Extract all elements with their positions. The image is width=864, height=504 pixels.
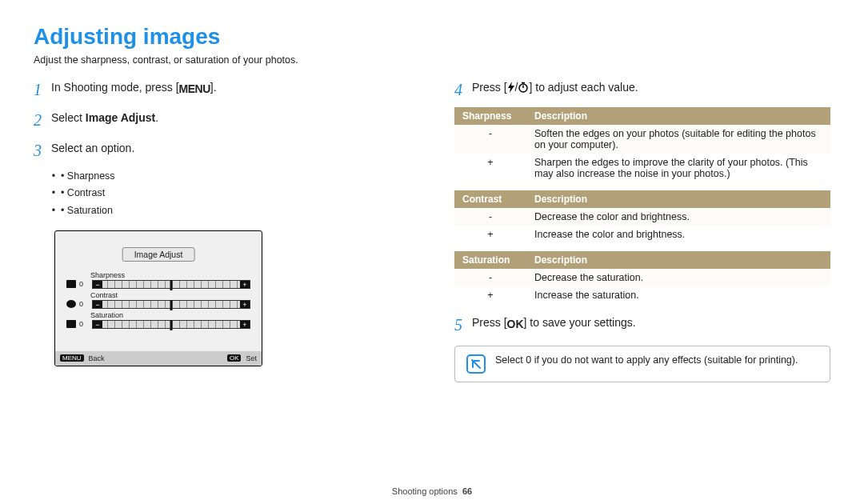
list-item: Saturation (61, 202, 410, 219)
step-text: In Shooting mode, press [ (51, 81, 179, 94)
page-title: Adjusting images (34, 24, 830, 50)
cell-desc: Decrease the saturation. (526, 269, 830, 286)
cell-desc: Soften the edges on your photos (suitabl… (526, 125, 830, 154)
cell-desc: Sharpen the edges to improve the clarity… (526, 154, 830, 182)
footer-section: Shooting options (392, 486, 458, 496)
table-row: +Increase the saturation. (454, 286, 830, 304)
list-item: Contrast (61, 185, 410, 202)
slider-label: Contrast (90, 291, 250, 299)
step-number: 2 (34, 107, 51, 133)
table-row: +Increase the color and brightness. (454, 226, 830, 243)
step-text: Select (51, 111, 86, 124)
table-header: Saturation (454, 251, 526, 269)
slider-label: Sharpness (90, 271, 250, 279)
table-header: Sharpness (454, 107, 526, 125)
table-row: -Decrease the saturation. (454, 269, 830, 286)
option-list: Sharpness Contrast Saturation (61, 168, 410, 219)
cell-desc: Increase the color and brightness. (526, 226, 830, 243)
sharpness-table: Sharpness Description -Soften the edges … (454, 107, 830, 182)
back-label: Back (89, 354, 105, 362)
cell-sign: - (454, 269, 526, 286)
left-column: 1 In Shooting mode, press [MENU]. 2 Sele… (34, 77, 410, 382)
slider-row: 0 −+ (66, 320, 250, 329)
slider-bar: −+ (92, 280, 250, 289)
cell-sign: + (454, 154, 526, 182)
footer-page: 66 (462, 486, 472, 496)
slider-value: 0 (79, 320, 87, 328)
ok-button-icon: OK (507, 315, 524, 333)
svg-marker-0 (508, 82, 514, 93)
right-column: 4 Press [/] to adjust each value. Sharpn… (454, 77, 830, 382)
step-text: ] to adjust each value. (529, 81, 638, 94)
saturation-table: Saturation Description -Decrease the sat… (454, 251, 830, 304)
slider-value: 0 (79, 280, 87, 288)
ok-key-icon: OK (227, 354, 242, 362)
cell-sign: - (454, 208, 526, 226)
page-subtitle: Adjust the sharpness, contrast, or satur… (34, 54, 830, 66)
contrast-icon (66, 300, 76, 308)
sharpness-icon (66, 280, 76, 288)
step-3: 3 Select an option. (34, 138, 410, 163)
slider-value: 0 (79, 300, 87, 308)
slider-row: 0 −+ (66, 300, 250, 309)
slider-label: Saturation (90, 311, 250, 319)
slider-bar: −+ (92, 320, 250, 329)
flash-icon (507, 80, 515, 98)
table-row: -Decrease the color and brightness. (454, 208, 830, 226)
note-icon (466, 354, 486, 374)
set-label: Set (246, 354, 257, 362)
page-footer: Shooting options 66 (0, 486, 864, 496)
camera-screen-mockup: Image Adjust Sharpness 0 −+ Contrast 0 −… (54, 230, 262, 366)
table-header: Contrast (454, 190, 526, 208)
step-text: ] to save your settings. (524, 316, 636, 329)
cell-desc: Decrease the color and brightness. (526, 208, 830, 226)
table-header: Description (526, 107, 830, 125)
cell-sign: + (454, 226, 526, 243)
step-text: Select an option. (51, 138, 134, 157)
timer-icon (518, 80, 529, 98)
cell-sign: + (454, 286, 526, 304)
slider-row: 0 −+ (66, 280, 250, 289)
menu-key-icon: MENU (60, 354, 84, 362)
step-text: . (155, 111, 158, 124)
screen-title: Image Adjust (122, 247, 195, 262)
screen-footer: MENU Back OK Set (55, 351, 262, 366)
cell-sign: - (454, 125, 526, 154)
menu-button-icon: MENU (179, 80, 210, 98)
cell-desc: Increase the saturation. (526, 286, 830, 304)
contrast-table: Contrast Description -Decrease the color… (454, 190, 830, 243)
table-row: +Sharpen the edges to improve the clarit… (454, 154, 830, 182)
step-text: ]. (210, 81, 217, 94)
step-number: 4 (454, 77, 472, 102)
step-number: 3 (34, 138, 51, 163)
step-text-bold: Image Adjust (86, 111, 155, 124)
step-2: 2 Select Image Adjust. (34, 107, 410, 133)
table-row: -Soften the edges on your photos (suitab… (454, 125, 830, 154)
table-header: Description (526, 251, 830, 269)
list-item: Sharpness (61, 168, 410, 185)
note-box: Select 0 if you do not want to apply any… (454, 346, 830, 382)
step-number: 5 (454, 312, 472, 338)
table-header: Description (526, 190, 830, 208)
note-text: Select 0 if you do not want to apply any… (495, 354, 798, 366)
step-text: Press [ (472, 81, 507, 94)
saturation-icon (66, 320, 76, 328)
step-number: 1 (34, 77, 51, 102)
step-5: 5 Press [OK] to save your settings. (454, 312, 830, 338)
step-1: 1 In Shooting mode, press [MENU]. (34, 77, 410, 102)
slider-bar: −+ (92, 300, 250, 309)
step-text: Press [ (472, 316, 507, 329)
step-4: 4 Press [/] to adjust each value. (454, 77, 830, 102)
